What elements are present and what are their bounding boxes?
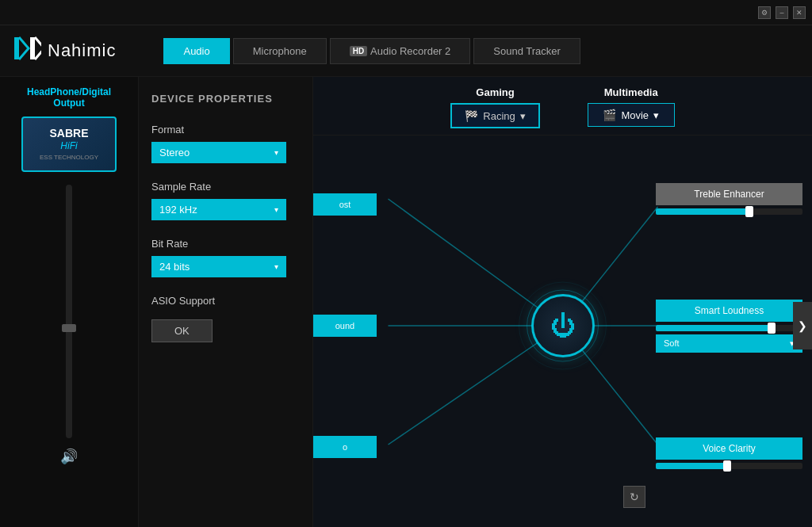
gaming-group: Gaming 🏁 Racing ▾ (450, 86, 539, 128)
logo-text: Nahimic (48, 40, 116, 61)
refresh-icon: ↻ (630, 491, 639, 503)
main-content: Gaming 🏁 Racing ▾ Multimedia 🎬 Movie ▾ (313, 77, 812, 527)
device-label: HeadPhone/DigitalOutput (27, 86, 111, 109)
bit-rate-arrow: ▾ (274, 262, 278, 271)
sample-rate-value: 192 kHz (159, 204, 197, 216)
voice-clarity-btn[interactable]: Voice Clarity (656, 437, 802, 460)
logo-icon (13, 34, 41, 68)
bass-boost-btn[interactable]: ost (313, 193, 377, 216)
bit-rate-select[interactable]: 24 bits ▾ (151, 256, 286, 277)
nav-tabs: Audio Microphone HD Audio Recorder 2 Sou… (163, 38, 580, 64)
device-brand: ESS TECHNOLOGY (40, 154, 98, 161)
smart-loudness-btn[interactable]: Smart Loudness (656, 300, 802, 322)
sample-rate-group: Sample Rate 192 kHz ▾ (151, 181, 300, 220)
power-icon: ⏻ (550, 311, 576, 341)
format-select[interactable]: Stereo ▾ (151, 142, 286, 163)
treble-enhancer-panel: Treble Enhancer (656, 183, 802, 215)
sample-rate-arrow: ▾ (274, 205, 278, 214)
volume-thumb[interactable] (62, 324, 76, 332)
volume-track[interactable] (66, 185, 72, 438)
treble-enhancer-btn[interactable]: Treble Enhancer (656, 183, 802, 205)
movie-arrow: ▾ (653, 109, 659, 121)
treble-enhancer-thumb (745, 206, 753, 217)
main-layout: HeadPhone/DigitalOutput SABRE HiFi ESS T… (0, 77, 812, 527)
asio-label: ASIO Support (151, 295, 300, 307)
movie-label: Movie (621, 109, 649, 121)
device-subtitle: HiFi (60, 140, 77, 151)
left-effects: ost ound o (313, 136, 377, 516)
ok-button[interactable]: OK (151, 319, 213, 342)
smart-loudness-thumb (768, 323, 776, 334)
chevron-right-icon: ❯ (798, 319, 807, 332)
tab-hd-label: Audio Recorder 2 (370, 45, 450, 57)
tab-hd-recorder[interactable]: HD Audio Recorder 2 (330, 38, 471, 64)
close-btn[interactable]: ✕ (793, 6, 806, 19)
multimedia-group: Multimedia 🎬 Movie ▾ (588, 86, 675, 128)
bit-rate-label: Bit Rate (151, 238, 300, 250)
sample-rate-select[interactable]: 192 kHz ▾ (151, 199, 286, 220)
tab-microphone[interactable]: Microphone (233, 38, 327, 64)
smart-loudness-dropdown[interactable]: Soft ▾ (656, 334, 802, 353)
racing-label: Racing (483, 110, 515, 122)
format-group: Format Stereo ▾ (151, 124, 300, 163)
svg-rect-0 (14, 37, 19, 59)
device-name: SABRE (49, 128, 88, 139)
volume-icon: 🔊 (60, 448, 78, 465)
smart-loudness-fill (656, 325, 773, 331)
svg-rect-1 (30, 37, 35, 59)
other-effect-btn[interactable]: o (313, 436, 377, 458)
power-button[interactable]: ⏻ (531, 294, 595, 357)
voice-clarity-slider[interactable] (656, 463, 802, 469)
voice-clarity-fill (656, 463, 730, 469)
hd-badge: HD (350, 46, 367, 56)
racing-preset-btn[interactable]: 🏁 Racing ▾ (450, 103, 539, 128)
voice-clarity-thumb (723, 460, 731, 472)
format-arrow: ▾ (274, 148, 278, 157)
titlebar: ⚙ – ✕ (0, 0, 812, 25)
tab-audio[interactable]: Audio (163, 38, 229, 64)
tab-sound-tracker[interactable]: Sound Tracker (473, 38, 580, 64)
bit-rate-value: 24 bits (159, 261, 190, 273)
device-card: SABRE HiFi ESS TECHNOLOGY (21, 116, 117, 172)
header: Nahimic Audio Microphone HD Audio Record… (0, 25, 812, 77)
bit-rate-group: Bit Rate 24 bits ▾ (151, 238, 300, 277)
movie-icon: 🎬 (603, 109, 616, 121)
racing-arrow: ▾ (520, 110, 526, 122)
volume-control[interactable]: 🔊 (60, 185, 78, 517)
smart-loudness-slider[interactable] (656, 325, 802, 331)
movie-preset-btn[interactable]: 🎬 Movie ▾ (588, 103, 675, 127)
next-page-btn[interactable]: ❯ (793, 302, 812, 349)
settings-btn[interactable]: ⚙ (758, 6, 771, 19)
surround-sound-btn[interactable]: ound (313, 315, 377, 337)
treble-enhancer-slider[interactable] (656, 208, 802, 215)
racing-icon: 🏁 (465, 109, 478, 122)
format-label: Format (151, 124, 300, 136)
sample-rate-label: Sample Rate (151, 181, 300, 193)
presets-row: Gaming 🏁 Racing ▾ Multimedia 🎬 Movie ▾ (313, 77, 812, 136)
logo: Nahimic (13, 34, 116, 68)
multimedia-label: Multimedia (604, 86, 658, 98)
device-props-title: DEVICE PROPERTIES (151, 93, 300, 105)
right-effects: Treble Enhancer Smart Loudness Soft (656, 136, 802, 516)
sidebar: HeadPhone/DigitalOutput SABRE HiFi ESS T… (0, 77, 139, 527)
smart-loudness-value: Soft (664, 338, 680, 348)
voice-clarity-panel: Voice Clarity (656, 437, 802, 469)
device-properties-panel: DEVICE PROPERTIES Format Stereo ▾ Sample… (139, 77, 313, 527)
format-value: Stereo (159, 147, 190, 158)
minimize-btn[interactable]: – (776, 6, 788, 19)
window-controls[interactable]: ⚙ – ✕ (758, 6, 806, 19)
treble-enhancer-fill (656, 208, 751, 215)
refresh-button[interactable]: ↻ (623, 486, 645, 508)
gaming-label: Gaming (476, 86, 514, 98)
smart-loudness-panel: Smart Loudness Soft ▾ (656, 300, 802, 353)
central-effects-area: ost ound o ⏻ Treble Enhancer (313, 136, 812, 516)
